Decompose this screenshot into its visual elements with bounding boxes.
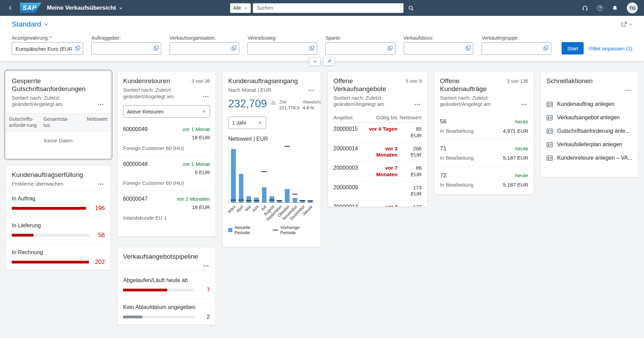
filter-input-verkaeufergruppe[interactable] [482,42,551,55]
filter-input-sparte[interactable] [325,42,395,55]
filter-input-auftraggeber[interactable] [91,42,161,55]
app-title-menu[interactable]: Meine Verkaufsübersicht [47,4,123,11]
returns-filter-select[interactable]: Aktive Retouren [123,105,210,118]
overflow-dots-icon [202,94,209,99]
pin-filter-bar-button[interactable] [323,57,335,66]
chart-legend: Aktuelle Periode Vorherige Periode [228,225,315,235]
quick-action-item[interactable]: Kundenretoure anlegen – VA... [546,151,632,165]
table-row[interactable]: 20000003 vor 7 Monaten 86EUR [333,162,422,181]
collapse-filter-bar-button[interactable] [309,57,321,66]
card-header[interactable]: Kundenauftragserfüllung Probleme überwac… [6,166,110,190]
back-button[interactable] [6,4,14,12]
chart-dash-previous-period [276,200,282,201]
order-intake-chart-plot[interactable] [228,145,315,203]
value-help-icon[interactable] [75,46,80,51]
list-item[interactable]: In Rechnung 202 [6,244,110,270]
return-id: 60000049 [123,126,148,132]
list-item[interactable]: 60000049 vor 1 Monat 18 EUR Foreign Cust… [118,121,215,156]
target-label: Ziel [279,99,286,105]
filter-input-verkaufsorganisation[interactable] [170,42,239,55]
progress-bar [12,234,89,237]
return-age: vor 1 Monat [183,126,210,132]
value-help-icon[interactable] [465,46,471,51]
card-header[interactable]: Offene Verkaufsangebote 5 von 9 Sortiert… [328,72,427,110]
quick-action-item[interactable]: Verkaufsangebot anlegen [546,111,632,125]
order-status: In Bearbeitung [440,128,474,134]
overview-page-content: Gesperrte Gutschriftsanforderungen Sorti… [0,61,644,325]
value-help-icon[interactable] [388,46,393,51]
filter-vertriebsweg: Vertriebsweg: [248,35,317,55]
share-button[interactable] [621,21,632,27]
start-button[interactable]: Start [562,42,584,54]
user-avatar[interactable]: TG [627,2,638,13]
variant-selector[interactable]: Standard [12,20,49,28]
card-overflow-button[interactable] [624,87,632,93]
order-net-value: 4,971 EUR [503,128,528,134]
net-value: 173 [413,204,422,207]
search-button[interactable] [408,5,414,11]
list-item[interactable]: Abgelaufen/Läuft heute ab 7 [118,272,215,299]
list-item[interactable]: 60000047 vor 2 Monaten 18 EUR Inlandskun… [118,190,215,225]
order-intake-chart-xlabels: MärzAprilMaiJuniJuliAugustSeptemberOktob… [228,203,315,223]
search-input[interactable] [253,3,404,13]
returns-filter-value: Aktive Retouren [127,109,164,115]
legend-item: Aktuelle Periode [228,225,266,235]
list-item[interactable]: Kein Ablaufdatum angegeben 2 [118,299,215,325]
support-button[interactable] [582,5,588,11]
card-overflow-button[interactable] [413,101,422,108]
card-header[interactable]: Verkaufsangebotspipeline [118,247,215,272]
chart-dash-previous-period [308,200,313,201]
help-button[interactable] [597,5,603,11]
card-overflow-button[interactable] [97,181,105,187]
table-row[interactable]: 20000013 vor 4 Wochen 173EUR [333,201,422,207]
notifications-button[interactable] [612,5,618,11]
list-item[interactable]: 56 heute In Bearbeitung 4,971 EUR [434,112,534,139]
value-help-icon[interactable] [309,46,314,51]
list-item[interactable]: In Lieferung 56 [6,217,110,244]
table-row[interactable]: 20000014 vor 3 Monaten 206EUR [333,142,422,162]
card-overflow-button[interactable] [520,101,528,108]
sap-logo[interactable]: SAP [20,3,41,13]
chart-x-label: Mai [244,204,252,212]
card-overflow-button[interactable] [97,101,105,108]
card-counter: 5 von 9 [406,77,422,84]
filter-input-vertriebsweg[interactable] [248,42,317,55]
quick-action-item[interactable]: Verkaufslieferplan anlegen [546,138,632,151]
chart-bar-current-period [270,196,274,202]
card-header[interactable]: Gesperrte Gutschriftsanforderungen Sorti… [6,72,110,110]
value-help-icon[interactable] [231,46,237,51]
table-row[interactable]: 20000015 vor 4 Tagen 85EUR [333,123,422,142]
order-id: 72 [440,172,446,179]
table-row[interactable]: 20000009 173EUR [333,181,422,201]
order-age: heute [515,119,528,125]
list-item[interactable]: 71 heute In Bearbeitung 5,187 EUR [434,139,534,166]
card-header[interactable]: Offene Kundenaufträge 3 von 136 Sortiert… [434,72,534,110]
shell-search-area: Alle [230,3,414,13]
quick-action-item[interactable]: Gutschriftsanforderung anle... [546,125,632,138]
adapt-filters-link[interactable]: Filter anpassen (1) [589,46,632,51]
filter-input-verkaufsbuero[interactable] [404,42,473,55]
card-header[interactable]: Kundenauftragseingang Nach Monat | EUR [223,72,321,96]
card-overflow-button[interactable] [202,262,210,269]
net-value: 206 [413,146,422,152]
list-item[interactable]: 72 heute In Bearbeitung 5,187 EUR [434,166,534,193]
column-header: Gesamtsta-tus [41,113,74,131]
column-header: Gültig bis [364,115,398,120]
value-help-icon[interactable] [153,46,159,51]
chevron-down-icon [258,120,262,125]
value-help-icon[interactable] [543,46,549,51]
chart-title: Nettowert | EUR [228,136,315,142]
chart-slot [291,145,299,202]
period-filter-select[interactable]: 1 Jahr [228,117,266,129]
card-header[interactable]: Kundenretouren 3 von 36 Sortiert nach: Z… [118,72,215,102]
card-overflow-button[interactable] [202,93,210,100]
quick-action-item[interactable]: Kundenauftrag anlegen [546,98,632,111]
overflow-dots-icon [521,102,527,107]
card-overflow-button[interactable] [307,87,315,93]
card-open-quotations: Offene Verkaufsangebote 5 von 9 Sortiert… [328,71,427,207]
list-item[interactable]: 60000048 vor 1 Monat 0 EUR Foreign Custo… [118,156,215,190]
filter-input-anzeigewaehrung[interactable] [12,42,83,55]
list-item[interactable]: In Auftrag 196 [6,190,110,217]
search-scope-select[interactable]: Alle [230,3,251,13]
sales-document-icon [546,155,553,161]
